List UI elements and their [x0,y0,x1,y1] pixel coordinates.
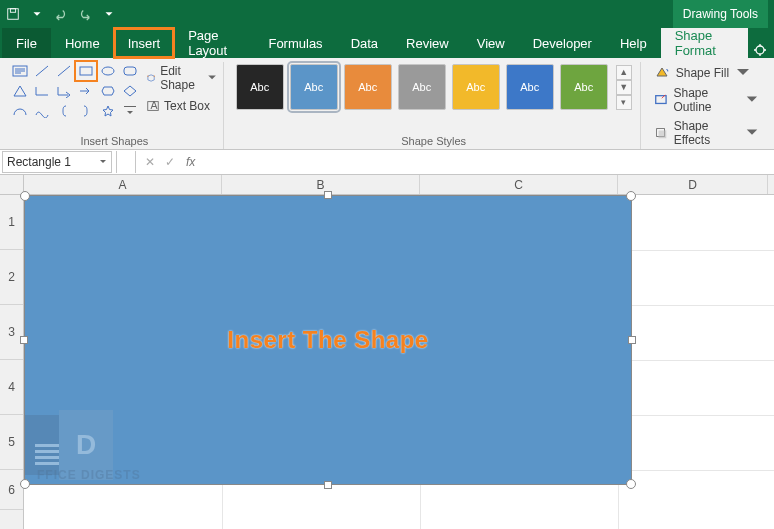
svg-rect-16 [658,130,666,138]
gallery-down-icon[interactable]: ▼ [616,80,632,95]
resize-handle-br[interactable] [626,479,636,489]
shape-star-icon[interactable] [98,102,118,120]
style-thumb-3[interactable]: Abc [344,64,392,110]
style-thumb-4[interactable]: Abc [398,64,446,110]
watermark-text: FFICE DIGESTS [37,468,141,482]
shape-elbow-arrow-icon[interactable] [54,82,74,100]
tab-strip: File Home Insert Page Layout Formulas Da… [0,28,774,58]
shape-effects-icon [654,125,668,141]
style-thumb-2[interactable]: Abc [290,64,338,110]
shape-hexagon-icon[interactable] [98,82,118,100]
svg-rect-8 [124,67,136,75]
name-box-dropdown-icon[interactable] [99,158,107,166]
qat-more-icon[interactable] [98,3,120,25]
tab-shape-format[interactable]: Shape Format [661,28,748,58]
formula-bar-row: Rectangle 1 ✕ ✓ fx [0,150,774,175]
shape-triangle-icon[interactable] [10,82,30,100]
svg-rect-1 [10,9,15,13]
tab-developer[interactable]: Developer [519,28,606,58]
resize-handle-tl[interactable] [20,191,30,201]
fx-icon[interactable]: fx [186,155,195,169]
select-all-corner[interactable] [0,175,24,194]
row-header-2[interactable]: 2 [0,250,23,305]
tab-data[interactable]: Data [337,28,392,58]
shape-fill-button[interactable]: Shape Fill [653,64,760,82]
style-thumb-5[interactable]: Abc [452,64,500,110]
svg-rect-0 [8,9,19,20]
cancel-formula-icon[interactable]: ✕ [140,155,160,169]
row-header-3[interactable]: 3 [0,305,23,360]
shape-effects-label: Shape Effects [674,119,739,147]
name-box[interactable]: Rectangle 1 [2,151,112,173]
redo-icon[interactable] [74,3,96,25]
group-shape-options: Shape Fill Shape Outline Shape Effects [645,62,768,149]
shapes-gallery[interactable] [10,62,140,120]
svg-text:A: A [150,99,157,111]
resize-handle-bl[interactable] [20,479,30,489]
row-header-5[interactable]: 5 [0,415,23,470]
tell-me-icon[interactable] [748,42,772,58]
shape-oval-icon[interactable] [98,62,118,80]
gallery-up-icon[interactable]: ▲ [616,65,632,80]
style-thumb-6[interactable]: Abc [506,64,554,110]
shape-elbow-icon[interactable] [32,82,52,100]
col-header-a[interactable]: A [24,175,222,194]
inserted-rectangle-shape[interactable]: Insert The Shape D FFICE DIGESTS [24,195,632,485]
resize-handle-l[interactable] [20,336,28,344]
style-thumb-7[interactable]: Abc [560,64,608,110]
tab-file[interactable]: File [2,28,51,58]
shape-outline-button[interactable]: Shape Outline [653,85,760,115]
undo-icon[interactable] [50,3,72,25]
edit-shape-button[interactable]: Edit Shape [144,62,219,94]
shape-outline-icon [654,92,668,108]
shape-outline-label: Shape Outline [674,86,740,114]
resize-handle-t[interactable] [324,191,332,199]
shape-arc-icon[interactable] [10,102,30,120]
shape-line-icon[interactable] [32,62,52,80]
dropdown-icon [735,65,751,81]
row-header-4[interactable]: 4 [0,360,23,415]
shape-curve-icon[interactable] [32,102,52,120]
row-header-6[interactable]: 6 [0,470,23,510]
quick-access-toolbar [2,3,120,25]
shape-arrow-icon[interactable] [76,82,96,100]
shape-brace-right-icon[interactable] [76,102,96,120]
shape-effects-button[interactable]: Shape Effects [653,118,760,148]
name-box-separator [116,151,136,173]
tab-help[interactable]: Help [606,28,661,58]
tab-home[interactable]: Home [51,28,114,58]
tab-formulas[interactable]: Formulas [254,28,336,58]
enter-formula-icon[interactable]: ✓ [160,155,180,169]
shape-brace-left-icon[interactable] [54,102,74,120]
edit-shape-label: Edit Shape [160,64,202,92]
shape-diamond-icon[interactable] [120,82,140,100]
save-icon[interactable] [2,3,24,25]
text-box-label: Text Box [164,99,210,113]
col-header-d[interactable]: D [618,175,768,194]
qat-dropdown-icon[interactable] [26,3,48,25]
shape-line-icon[interactable] [54,62,74,80]
shape-rectangle-icon[interactable] [76,62,96,80]
shape-fill-label: Shape Fill [676,66,729,80]
gallery-scroll: ▲ ▼ ▾ [616,65,632,110]
col-header-b[interactable]: B [222,175,420,194]
edit-shape-icon [146,71,156,85]
cells-area[interactable]: Insert The Shape D FFICE DIGESTS [24,195,774,529]
gallery-more-icon[interactable]: ▾ [616,95,632,110]
resize-handle-b[interactable] [324,481,332,489]
tab-insert[interactable]: Insert [114,28,175,58]
col-header-c[interactable]: C [420,175,618,194]
row-header-1[interactable]: 1 [0,195,23,250]
tab-review[interactable]: Review [392,28,463,58]
tab-page-layout[interactable]: Page Layout [174,28,254,58]
shapes-more-icon[interactable] [120,102,140,120]
text-box-button[interactable]: A Text Box [144,97,219,115]
shape-rounded-rect-icon[interactable] [120,62,140,80]
svg-line-5 [58,66,70,76]
shape-fill-icon [654,65,670,81]
resize-handle-r[interactable] [628,336,636,344]
tab-view[interactable]: View [463,28,519,58]
style-thumb-1[interactable]: Abc [236,64,284,110]
resize-handle-tr[interactable] [626,191,636,201]
shape-textbox-icon[interactable] [10,62,30,80]
